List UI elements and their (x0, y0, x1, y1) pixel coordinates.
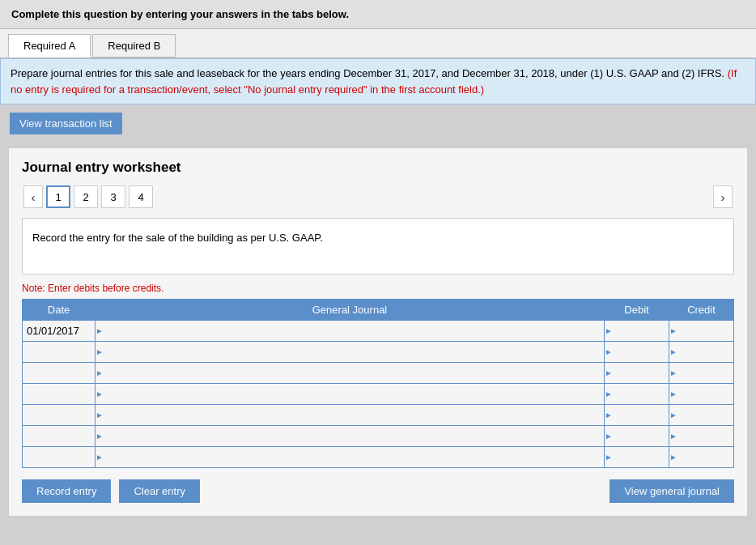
journal-input-4[interactable] (105, 407, 604, 423)
debit-cell-1[interactable]: ► (605, 342, 669, 363)
date-cell-5 (23, 426, 96, 447)
credit-arrow-1: ► (669, 347, 677, 356)
journal-cell-2[interactable]: ► (96, 363, 605, 384)
date-cell-3 (23, 384, 96, 405)
credit-arrow-0: ► (669, 326, 677, 335)
credit-input-1[interactable] (679, 344, 733, 360)
date-cell-1 (23, 342, 96, 363)
debit-arrow-0: ► (605, 326, 613, 335)
debit-arrow-1: ► (605, 347, 613, 356)
debit-cell-4[interactable]: ► (605, 405, 669, 426)
journal-input-2[interactable] (105, 365, 604, 381)
date-cell-2 (23, 363, 96, 384)
debit-input-3[interactable] (614, 386, 669, 402)
journal-cell-6[interactable]: ► (96, 447, 605, 468)
debit-input-1[interactable] (614, 344, 669, 360)
credit-arrow-3: ► (669, 390, 677, 398)
table-row: ► ► ► (23, 384, 734, 405)
credit-arrow-4: ► (669, 411, 677, 419)
credit-arrow-2: ► (669, 368, 677, 377)
journal-input-5[interactable] (105, 428, 604, 444)
top-instruction: Complete this question by entering your … (0, 0, 756, 29)
note-text: Note: Enter debits before credits. (22, 283, 734, 294)
debit-input-5[interactable] (614, 428, 669, 444)
pagination: ‹ 1 2 3 4 › (22, 185, 734, 208)
clear-entry-button[interactable]: Clear entry (119, 479, 200, 503)
tabs-bar: Required A Required B (0, 29, 756, 58)
credit-input-3[interactable] (679, 386, 733, 402)
credit-cell-3[interactable]: ► (669, 384, 734, 405)
journal-table: Date General Journal Debit Credit 01/01/… (22, 299, 734, 468)
table-row: ► ► ► (23, 426, 734, 447)
table-row: ► ► ► (23, 363, 734, 384)
date-cell-0: 01/01/2017 (23, 321, 96, 342)
worksheet-container: Journal entry worksheet ‹ 1 2 3 4 › Reco… (8, 147, 748, 517)
table-row: ► ► ► (23, 342, 734, 363)
row-arrow-4: ► (96, 411, 104, 419)
next-page-arrow[interactable]: › (713, 185, 733, 208)
credit-cell-5[interactable]: ► (669, 426, 734, 447)
credit-cell-2[interactable]: ► (669, 363, 734, 384)
journal-input-1[interactable] (105, 344, 604, 360)
debit-cell-2[interactable]: ► (605, 363, 669, 384)
row-arrow-3: ► (96, 390, 104, 398)
col-header-debit: Debit (605, 300, 669, 321)
prev-page-arrow[interactable]: ‹ (23, 185, 43, 208)
view-transaction-button[interactable]: View transaction list (10, 113, 122, 134)
page-1[interactable]: 1 (46, 185, 70, 208)
date-cell-6 (23, 447, 96, 468)
row-arrow-5: ► (96, 432, 104, 441)
bottom-buttons: Record entry Clear entry View general jo… (22, 479, 734, 503)
debit-input-4[interactable] (614, 407, 669, 423)
journal-cell-4[interactable]: ► (96, 405, 605, 426)
debit-input-0[interactable] (614, 323, 669, 338)
tab-required-b[interactable]: Required B (92, 34, 176, 57)
credit-input-0[interactable] (679, 323, 733, 338)
debit-input-2[interactable] (614, 365, 669, 381)
info-normal-text: Prepare journal entries for this sale an… (11, 67, 724, 79)
credit-arrow-6: ► (669, 453, 677, 462)
row-arrow-2: ► (96, 368, 104, 377)
row-arrow-0: ► (96, 326, 104, 335)
journal-cell-3[interactable]: ► (96, 384, 605, 405)
credit-cell-6[interactable]: ► (669, 447, 734, 468)
instruction-text: Complete this question by entering your … (11, 8, 349, 20)
credit-input-4[interactable] (679, 407, 733, 423)
credit-input-2[interactable] (679, 365, 733, 381)
page-4[interactable]: 4 (129, 185, 153, 208)
view-general-journal-button[interactable]: View general journal (609, 479, 734, 503)
record-entry-button[interactable]: Record entry (22, 479, 111, 503)
credit-input-6[interactable] (679, 449, 733, 465)
credit-input-5[interactable] (679, 428, 733, 444)
tab-required-a[interactable]: Required A (8, 34, 91, 57)
table-row: 01/01/2017 ► ► ► (23, 321, 734, 342)
col-header-journal: General Journal (96, 300, 605, 321)
entry-description: Record the entry for the sale of the bui… (22, 218, 734, 275)
debit-cell-0[interactable]: ► (605, 321, 669, 342)
debit-cell-3[interactable]: ► (605, 384, 669, 405)
credit-arrow-5: ► (669, 432, 677, 441)
credit-cell-4[interactable]: ► (669, 405, 734, 426)
date-cell-4 (23, 405, 96, 426)
table-row: ► ► ► (23, 405, 734, 426)
info-box: Prepare journal entries for this sale an… (0, 58, 756, 104)
journal-input-6[interactable] (105, 449, 604, 465)
worksheet-title: Journal entry worksheet (22, 160, 734, 176)
debit-cell-5[interactable]: ► (605, 426, 669, 447)
journal-cell-0[interactable]: ► (96, 321, 605, 342)
credit-cell-0[interactable]: ► (669, 321, 734, 342)
debit-cell-6[interactable]: ► (605, 447, 669, 468)
col-header-date: Date (23, 300, 96, 321)
page-3[interactable]: 3 (101, 185, 125, 208)
journal-input-3[interactable] (105, 386, 604, 402)
row-arrow-6: ► (96, 453, 104, 462)
page-2[interactable]: 2 (74, 185, 98, 208)
debit-input-6[interactable] (614, 449, 669, 465)
debit-arrow-5: ► (605, 432, 613, 441)
journal-cell-5[interactable]: ► (96, 426, 605, 447)
debit-arrow-3: ► (605, 390, 613, 398)
journal-input-0[interactable] (105, 323, 604, 338)
credit-cell-1[interactable]: ► (669, 342, 734, 363)
journal-cell-1[interactable]: ► (96, 342, 605, 363)
row-arrow-1: ► (96, 347, 104, 356)
